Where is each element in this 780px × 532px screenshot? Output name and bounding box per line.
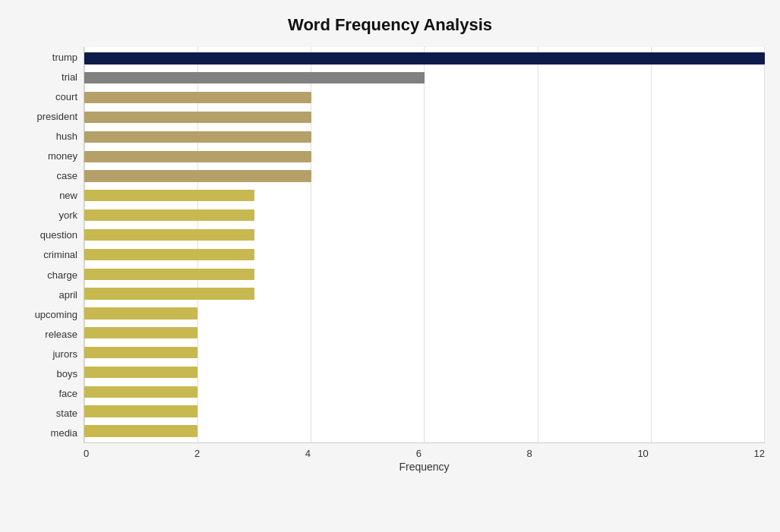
bar-row [84, 49, 765, 68]
bar-row [84, 127, 765, 146]
chart-title: Word Frequency Analysis [15, 15, 765, 35]
bar [84, 151, 311, 162]
y-label: boys [15, 369, 77, 379]
plot-area: trumptrialcourtpresidenthushmoneycasenew… [15, 47, 765, 443]
bar [84, 112, 311, 123]
y-label: face [15, 389, 77, 398]
bar [84, 209, 254, 221]
bar-row [84, 284, 765, 304]
x-tick: 12 [753, 448, 764, 459]
bar-row [84, 88, 765, 108]
x-tick: 10 [637, 448, 648, 459]
y-label: president [15, 112, 77, 121]
bar-row [84, 363, 765, 382]
bar-row [84, 146, 765, 166]
bar [84, 327, 197, 338]
bar [84, 229, 254, 241]
y-label: trial [15, 72, 77, 82]
y-label: state [15, 408, 77, 418]
y-label: york [15, 210, 77, 220]
y-label: case [15, 171, 77, 181]
bar [84, 52, 765, 64]
bar [84, 249, 254, 260]
bar [84, 190, 254, 201]
x-tick: 4 [305, 448, 311, 459]
bar [84, 367, 197, 378]
bar [84, 72, 425, 83]
y-label: court [15, 92, 77, 102]
bar-row [84, 304, 765, 323]
bar [84, 307, 197, 319]
y-label: new [15, 190, 77, 200]
bar-row [84, 401, 765, 421]
y-axis-labels: trumptrialcourtpresidenthushmoneycasenew… [15, 47, 84, 443]
x-tick: 8 [527, 448, 532, 459]
y-label: upcoming [15, 310, 77, 320]
bar [84, 131, 311, 143]
chart-area: trumptrialcourtpresidenthushmoneycasenew… [15, 47, 765, 473]
y-label: jurors [15, 349, 77, 359]
x-tick: 0 [84, 448, 89, 459]
x-tick: 2 [194, 448, 200, 459]
bar [84, 425, 197, 436]
bar-row [84, 166, 765, 186]
bar-row [84, 225, 765, 245]
y-label: april [15, 290, 77, 300]
y-label: criminal [15, 250, 77, 260]
x-tick: 6 [416, 448, 422, 459]
bar-row [84, 382, 765, 401]
bar-row [84, 264, 765, 284]
bar [84, 386, 197, 398]
y-label: hush [15, 131, 77, 141]
y-label: trump [15, 52, 77, 62]
bar [84, 405, 197, 417]
bars-area [84, 47, 765, 443]
bar [84, 170, 311, 181]
bars-wrapper [84, 47, 765, 442]
bar [84, 347, 197, 358]
y-label: release [15, 329, 77, 339]
bar-row [84, 343, 765, 363]
bar [84, 288, 254, 299]
bar [84, 269, 254, 280]
bar-row [84, 206, 765, 225]
x-axis-label: Frequency [84, 461, 765, 473]
bar-row [84, 68, 765, 88]
bar [84, 92, 311, 103]
y-label: money [15, 151, 77, 161]
y-label: question [15, 230, 77, 240]
bar-row [84, 108, 765, 127]
bar-row [84, 421, 765, 441]
bar-row [84, 244, 765, 264]
x-axis: 024681012 [84, 443, 765, 459]
bar-row [84, 323, 765, 343]
y-label: media [15, 428, 77, 438]
chart-container: Word Frequency Analysis trumptrialcourtp… [0, 0, 780, 532]
y-label: charge [15, 270, 77, 280]
bar-row [84, 186, 765, 206]
